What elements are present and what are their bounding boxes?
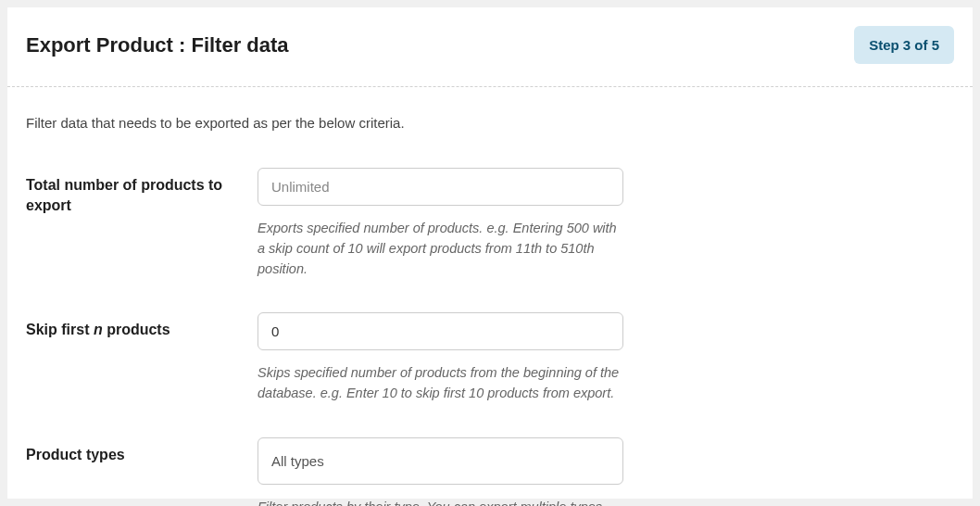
label-total-products: Total number of products to export [26, 168, 258, 217]
intro-text: Filter data that needs to be exported as… [26, 115, 954, 131]
label-skip-first: Skip first n products [26, 312, 258, 340]
step-indicator-badge: Step 3 of 5 [854, 26, 954, 64]
help-product-types: Filter products by their type. You can e… [258, 498, 623, 506]
field-row-product-types: Product types All types Filter products … [26, 437, 954, 506]
panel-header: Export Product : Filter data Step 3 of 5 [7, 7, 973, 87]
control-wrap-product-types: All types Filter products by their type.… [258, 437, 623, 506]
field-row-skip-first: Skip first n products Skips specified nu… [26, 312, 954, 404]
control-wrap-total-products: Exports specified number of products. e.… [258, 168, 623, 279]
panel-body: Filter data that needs to be exported as… [7, 87, 973, 506]
label-skip-first-prefix: Skip first [26, 322, 94, 337]
label-skip-first-suffix: products [103, 322, 170, 337]
panel-title: Export Product : Filter data [26, 33, 289, 57]
help-total-products: Exports specified number of products. e.… [258, 219, 623, 279]
product-types-selected: All types [271, 453, 324, 469]
total-products-input[interactable] [258, 168, 623, 206]
product-types-select[interactable]: All types [258, 437, 623, 485]
help-skip-first: Skips specified number of products from … [258, 363, 623, 404]
skip-first-input[interactable] [258, 312, 623, 350]
export-filter-panel: Export Product : Filter data Step 3 of 5… [7, 7, 973, 499]
label-skip-first-em: n [94, 322, 103, 337]
field-row-total-products: Total number of products to export Expor… [26, 168, 954, 279]
label-product-types: Product types [26, 437, 258, 465]
control-wrap-skip-first: Skips specified number of products from … [258, 312, 623, 404]
